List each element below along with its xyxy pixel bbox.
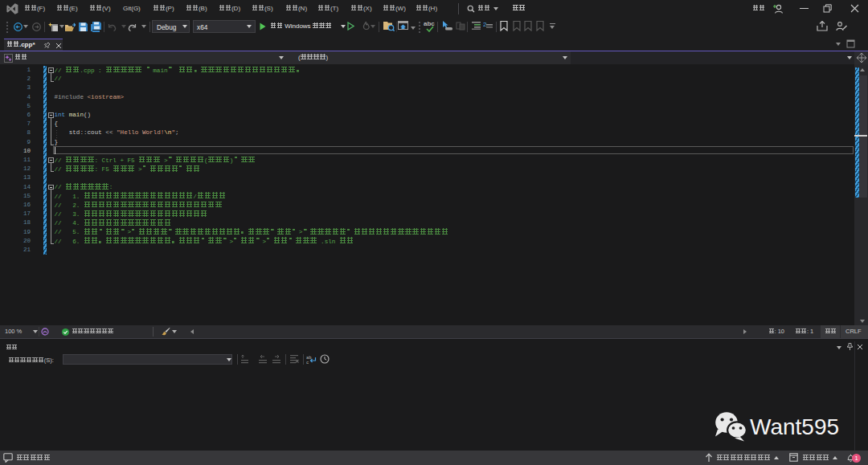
svg-text:c: c <box>306 360 309 365</box>
